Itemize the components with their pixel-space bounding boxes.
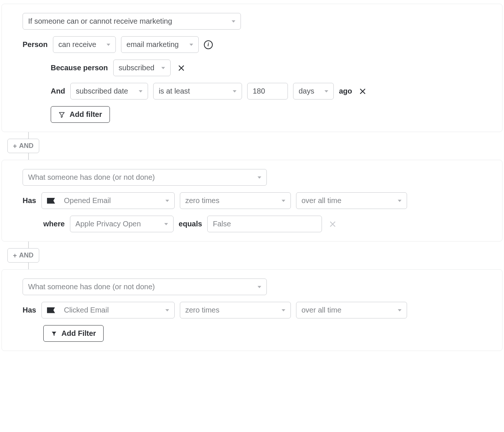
filter-icon [58, 111, 65, 118]
ago-label: ago [339, 87, 352, 95]
count-select[interactable]: zero times [180, 192, 291, 209]
because-select[interactable]: subscribed [113, 60, 171, 76]
and-label: AND [19, 252, 34, 259]
close-icon [329, 220, 336, 228]
condition-type-select[interactable]: If someone can or cannot receive marketi… [23, 13, 241, 30]
flag-icon [47, 307, 55, 313]
chevron-down-icon [282, 309, 285, 311]
chevron-down-icon [258, 286, 261, 288]
person-label: Person [23, 40, 48, 49]
condition-type-value: What someone has done (or not done) [28, 173, 252, 182]
condition-block-clicked: What someone has done (or not done) Has … [1, 269, 503, 351]
because-label: Because person [51, 64, 108, 72]
chevron-down-icon [165, 309, 169, 311]
date-op-value: is at least [159, 87, 227, 95]
add-filter-button[interactable]: Add filter [51, 106, 110, 123]
event-value: Opened Email [64, 196, 111, 205]
flag-icon [47, 198, 55, 204]
date-unit-value: days [299, 87, 319, 95]
timeframe-select[interactable]: over all time [296, 302, 407, 318]
filter-icon [51, 331, 57, 337]
date-value: 180 [253, 87, 282, 95]
plus-icon: + [13, 252, 17, 259]
date-field-select[interactable]: subscribed date [70, 83, 148, 99]
chevron-down-icon [164, 223, 168, 225]
event-value: Clicked Email [64, 306, 109, 314]
chevron-down-icon [258, 176, 261, 179]
chevron-down-icon [189, 44, 193, 46]
count-select[interactable]: zero times [180, 302, 291, 318]
date-value-input[interactable]: 180 [247, 83, 288, 99]
event-select[interactable]: Opened Email [41, 192, 175, 209]
channel-value: email marketing [127, 40, 184, 49]
chevron-down-icon [107, 44, 110, 46]
add-filter-button[interactable]: Add Filter [43, 325, 104, 342]
event-select[interactable]: Clicked Email [41, 302, 175, 318]
plus-icon: + [13, 143, 17, 149]
connector: + AND [0, 242, 504, 269]
and-label: And [51, 87, 65, 95]
add-filter-label: Add filter [70, 110, 102, 119]
chevron-down-icon [282, 200, 285, 202]
info-icon[interactable]: i [204, 40, 213, 49]
where-field-value: Apple Privacy Open [75, 220, 158, 228]
where-label: where [43, 220, 65, 228]
remove-date-button[interactable] [357, 86, 368, 97]
condition-type-select[interactable]: What someone has done (or not done) [23, 169, 267, 186]
and-label: AND [19, 142, 34, 150]
where-value-input[interactable]: False [207, 216, 322, 232]
chevron-down-icon [165, 200, 169, 202]
timeframe-value: over all time [302, 196, 392, 205]
chevron-down-icon [398, 309, 401, 311]
chevron-down-icon [232, 20, 235, 23]
has-label: Has [23, 196, 36, 205]
where-value: False [213, 220, 316, 228]
close-icon [359, 88, 366, 95]
where-op-label: equals [179, 220, 202, 228]
because-value: subscribed [119, 64, 155, 72]
condition-type-value: If someone can or cannot receive marketi… [28, 17, 226, 26]
remove-where-button[interactable] [327, 219, 338, 230]
chevron-down-icon [325, 90, 328, 92]
remove-because-button[interactable] [176, 63, 187, 74]
condition-type-select[interactable]: What someone has done (or not done) [23, 279, 267, 295]
condition-block-marketing: If someone can or cannot receive marketi… [1, 4, 503, 132]
chevron-down-icon [398, 200, 401, 202]
and-connector-button[interactable]: + AND [7, 248, 39, 263]
date-op-select[interactable]: is at least [153, 83, 242, 99]
chevron-down-icon [161, 67, 165, 69]
date-unit-select[interactable]: days [293, 83, 334, 99]
add-filter-label: Add Filter [61, 329, 96, 338]
count-value: zero times [185, 196, 276, 205]
where-field-select[interactable]: Apple Privacy Open [70, 216, 174, 232]
condition-block-opened: What someone has done (or not done) Has … [1, 160, 503, 242]
can-receive-value: can receive [58, 40, 101, 49]
can-receive-select[interactable]: can receive [53, 36, 116, 53]
and-connector-button[interactable]: + AND [7, 139, 39, 153]
date-field-value: subscribed date [76, 87, 133, 95]
count-value: zero times [185, 306, 276, 314]
connector: + AND [0, 132, 504, 160]
condition-type-value: What someone has done (or not done) [28, 283, 252, 291]
chevron-down-icon [139, 90, 142, 92]
close-icon [178, 64, 185, 72]
timeframe-value: over all time [302, 306, 392, 314]
channel-select[interactable]: email marketing [121, 36, 199, 53]
timeframe-select[interactable]: over all time [296, 192, 407, 209]
has-label: Has [23, 306, 36, 314]
chevron-down-icon [233, 90, 236, 92]
